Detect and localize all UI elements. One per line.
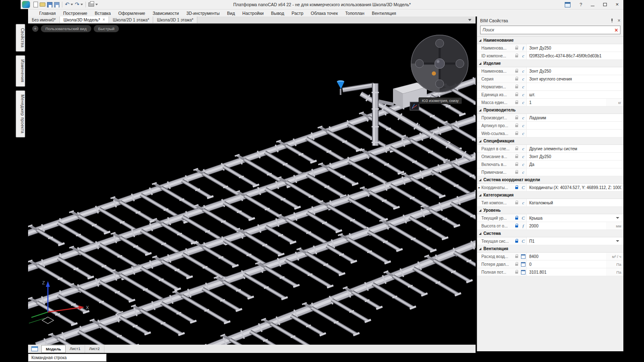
tab-list-dropdown-icon[interactable] [468, 19, 471, 21]
menu-item-12[interactable]: Вентиляция [368, 9, 400, 17]
panel-close-icon[interactable]: × [618, 18, 620, 23]
property-row[interactable]: ▸Координаты...CКоординаты (X: 40374.527,… [477, 184, 623, 192]
layout-icon[interactable] [31, 346, 38, 351]
property-row[interactable]: Примечани...c [477, 168, 623, 176]
view-navigation-wheel[interactable] [411, 35, 469, 92]
property-value[interactable]: f20ff320-e9cc-4374-86c7-45f0fc0d03b1 [526, 52, 621, 59]
help-button[interactable]: ? [575, 2, 586, 7]
property-value[interactable]: Ладахим [526, 114, 621, 121]
menu-item-11[interactable]: Топоплан [341, 9, 368, 17]
property-row[interactable]: Полная пот...3101.801Па [477, 268, 623, 276]
property-row[interactable]: Артикул про...c [477, 122, 623, 130]
property-value[interactable]: шт. [526, 91, 621, 98]
document-tab-0[interactable]: Без имени0* [28, 17, 60, 23]
minimize-button[interactable] [586, 0, 599, 9]
property-group-header[interactable]: Система [477, 230, 623, 237]
property-row[interactable]: Текущая сис...CП1 [477, 237, 623, 245]
property-group-header[interactable]: Спецификация [477, 137, 623, 145]
nav-sphere-left[interactable] [415, 59, 424, 68]
property-value[interactable]: 8400 [526, 253, 606, 260]
property-row[interactable]: СерияcЗонт круглого сечения [477, 75, 623, 83]
dropdown-caret-icon[interactable] [616, 240, 619, 242]
property-value[interactable]: Каталожный [526, 199, 621, 206]
property-row[interactable]: Потеря давл...0Па [477, 260, 623, 268]
property-group-header[interactable]: Вентиляция [477, 245, 623, 253]
menu-item-0[interactable]: Главная [36, 9, 59, 17]
property-group-header[interactable]: Уровень [477, 207, 623, 214]
toolbar-customize-icon[interactable] [95, 4, 98, 5]
vertical-tab-1[interactable]: Изменения [16, 55, 25, 86]
property-row[interactable]: Единица из...cшт. [477, 91, 623, 99]
menu-item-9[interactable]: Растр [288, 9, 307, 17]
nav-sphere-bottom[interactable] [436, 80, 444, 88]
property-value[interactable]: Да [526, 161, 621, 168]
new-file-icon[interactable] [33, 2, 38, 7]
open-file-icon[interactable] [40, 2, 45, 7]
property-row[interactable]: Наименова...ƒЗонт Ду250 [477, 44, 623, 52]
menu-item-1[interactable]: Построение [59, 9, 91, 17]
model-viewport[interactable]: Z X + Пользовательский вид Быстрый ЮЗ из… [28, 24, 476, 345]
sheet-tab-1[interactable]: Лист1 [66, 345, 85, 353]
property-value[interactable]: Зонт Ду250 [526, 44, 621, 52]
menu-item-7[interactable]: Настройки [239, 9, 268, 17]
menu-item-6[interactable]: Вид [223, 9, 239, 17]
menu-item-4[interactable]: Зависимости [149, 9, 183, 17]
nav-sphere-center[interactable] [435, 59, 445, 69]
property-value[interactable]: Зонт Ду250 [526, 153, 621, 160]
pin-icon[interactable] [610, 19, 614, 23]
save-all-icon[interactable] [54, 2, 59, 7]
property-row[interactable]: Описание в...cЗонт Ду250 [477, 153, 623, 161]
property-row[interactable]: Наименова...cЗонт Ду250 [477, 67, 623, 75]
property-value[interactable]: 1 [526, 99, 606, 106]
redo-dropdown-icon[interactable] [80, 4, 83, 5]
document-tab-2[interactable]: Школа/2D 1 этажа* [109, 17, 153, 23]
menu-item-8[interactable]: Вывод [268, 9, 288, 17]
property-value[interactable] [526, 168, 621, 176]
property-value[interactable] [526, 130, 621, 137]
property-value[interactable]: Другие элементы систем [526, 145, 621, 152]
property-value[interactable]: Зонт Ду250 [526, 67, 621, 75]
property-value[interactable] [526, 122, 621, 129]
property-value[interactable]: Зонт круглого сечения [526, 75, 621, 83]
property-group-header[interactable]: Система координат модели [477, 176, 623, 184]
document-tab-3[interactable]: Школа/3D 1 этажа* [153, 17, 197, 23]
property-value[interactable] [526, 83, 621, 90]
add-view-button[interactable]: + [32, 26, 38, 32]
property-row[interactable]: Высота от о...ƒ2000мм [477, 222, 623, 230]
property-row[interactable]: ID компоне...cf20ff320-e9cc-4374-86c7-45… [477, 52, 623, 60]
undo-dropdown-icon[interactable] [71, 4, 73, 5]
document-tab-1[interactable]: Школа/3D Модель*× [60, 17, 109, 23]
property-row[interactable]: Производит...cЛадахим [477, 114, 623, 122]
menu-item-3[interactable]: Оформление [114, 9, 149, 17]
property-group-header[interactable]: Категоризация [477, 192, 623, 199]
property-group-header[interactable]: Производитель [477, 106, 623, 114]
vertical-tab-0[interactable]: Свойства [16, 24, 25, 52]
property-row[interactable]: Масса един...c1кг [477, 99, 623, 106]
search-input[interactable] [483, 28, 615, 32]
custom-view-button[interactable]: Пользовательский вид [41, 25, 91, 32]
nav-sphere-right[interactable] [456, 59, 464, 68]
quick-view-button[interactable]: Быстрый [94, 25, 119, 32]
property-row[interactable]: Раздел в спе...cДругие элементы систем [477, 145, 623, 153]
close-button[interactable]: × [611, 0, 623, 9]
nanocad-logo[interactable] [22, 1, 30, 8]
property-row[interactable]: Web-ссылка...c [477, 130, 623, 137]
print-icon[interactable] [88, 2, 94, 7]
row-expander-icon[interactable]: ▸ [477, 186, 481, 189]
save-icon[interactable] [47, 2, 52, 7]
nav-sphere-top[interactable] [436, 39, 444, 47]
vertical-tab-2[interactable]: Менеджер проекта [16, 90, 25, 137]
dropdown-caret-icon[interactable] [616, 217, 619, 219]
property-group-header[interactable]: Наименование [477, 37, 623, 44]
viewport-canvas[interactable]: Z X [28, 24, 476, 345]
property-row[interactable]: Расход возд...8400м³ / ч [477, 253, 623, 260]
property-row[interactable]: Включать в...cДа [477, 161, 623, 168]
sheet-tab-2[interactable]: Лист2 [85, 345, 104, 353]
sheet-tab-0[interactable]: Модель [41, 345, 66, 353]
property-row[interactable]: Текущий ур...CКрыша [477, 214, 623, 222]
command-line[interactable]: Командная строка [28, 354, 107, 362]
undo-icon[interactable]: ↶ [65, 2, 69, 7]
property-value[interactable]: 2000 [526, 222, 606, 230]
property-value[interactable]: П1 [526, 237, 621, 245]
menu-item-5[interactable]: 3D-инструменты [182, 9, 223, 17]
